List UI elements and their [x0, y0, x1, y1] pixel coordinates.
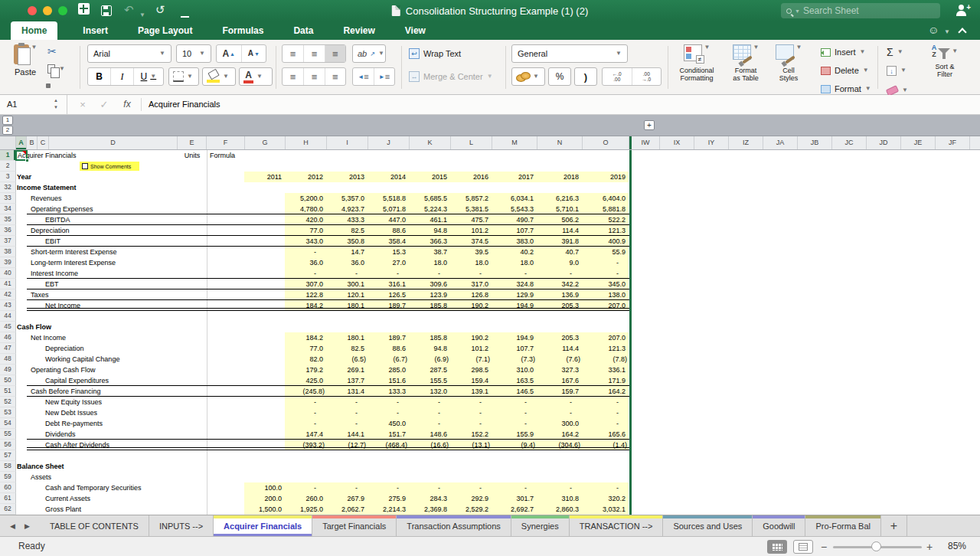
sheet-tab-goodwill[interactable]: Goodwill [753, 515, 805, 536]
cell[interactable]: 5,381.5 [450, 204, 492, 214]
column-header-IX[interactable]: IX [660, 136, 694, 149]
column-header-L[interactable]: L [451, 136, 492, 149]
cell[interactable]: 155.5 [409, 375, 450, 386]
cell[interactable]: 126.8 [450, 289, 492, 300]
cell-e1-units[interactable]: Units [178, 150, 207, 161]
cell[interactable]: 5,200.0 [285, 193, 326, 204]
cell[interactable]: 131.4 [326, 386, 368, 397]
column-header-M[interactable]: M [492, 136, 537, 149]
cell[interactable] [244, 214, 285, 225]
close-window-button[interactable] [28, 6, 37, 15]
feedback-dropdown-icon[interactable]: ▼ [944, 28, 950, 35]
cell[interactable]: 3,032.1 [582, 504, 629, 515]
column-header-K[interactable]: K [410, 136, 451, 149]
enter-icon[interactable]: ✓ [95, 95, 113, 114]
cell[interactable]: 2,860.3 [537, 504, 582, 515]
cell[interactable]: 269.1 [326, 365, 368, 375]
column-header-JB[interactable]: JB [798, 136, 832, 149]
cell[interactable]: 82.0 [285, 354, 326, 365]
cell[interactable]: - [285, 268, 326, 279]
cell[interactable]: 36.0 [285, 257, 326, 268]
cell[interactable]: 184.2 [285, 332, 326, 343]
cell[interactable]: 5,224.3 [409, 204, 450, 214]
cell[interactable]: 36.0 [326, 257, 368, 268]
cell[interactable]: 151.7 [368, 429, 409, 440]
cell[interactable] [244, 236, 285, 247]
cell[interactable]: 4,780.0 [285, 204, 326, 214]
column-header-F[interactable]: F [207, 136, 245, 149]
cell[interactable]: 5,518.8 [368, 193, 409, 204]
cell[interactable]: (6.7) [368, 354, 409, 365]
cell[interactable]: - [582, 268, 629, 279]
cell[interactable]: (7.3) [492, 354, 537, 365]
comma-style-button[interactable]: ) [574, 67, 597, 86]
cell[interactable]: 5,710.1 [537, 204, 582, 214]
cell[interactable]: - [537, 482, 582, 493]
cell[interactable]: 450.0 [368, 418, 409, 429]
cell[interactable] [244, 332, 285, 343]
percent-style-button[interactable]: % [548, 67, 571, 86]
cell[interactable] [244, 397, 285, 407]
zoom-window-button[interactable] [58, 6, 67, 15]
row-header-61[interactable]: 61 [0, 493, 16, 504]
share-icon[interactable]: + [956, 5, 971, 17]
cell[interactable]: 1,925.0 [285, 504, 326, 515]
cell[interactable]: 300.0 [537, 418, 582, 429]
cell[interactable]: - [285, 407, 326, 418]
normal-view-icon[interactable] [767, 540, 787, 554]
cell[interactable]: 205.3 [537, 332, 582, 343]
cell[interactable]: - [582, 257, 629, 268]
cell[interactable]: 151.6 [368, 375, 409, 386]
cell[interactable]: 447.0 [368, 214, 409, 225]
cell[interactable]: 298.5 [450, 365, 492, 375]
cell[interactable]: 164.2 [582, 386, 629, 397]
cell[interactable]: - [409, 268, 450, 279]
cell[interactable]: 18.0 [492, 257, 537, 268]
cell[interactable]: 342.2 [537, 279, 582, 289]
cell[interactable]: 82.5 [326, 343, 368, 354]
cell[interactable] [244, 225, 285, 236]
cell[interactable]: 475.7 [450, 214, 492, 225]
align-center-icon[interactable]: ≡ [303, 68, 324, 85]
row-header-40[interactable]: 40 [0, 268, 16, 279]
sheet-tab-transaction[interactable]: TRANSACTION --> [570, 515, 664, 536]
align-middle-icon[interactable]: ≡ [303, 45, 324, 62]
cell[interactable]: - [409, 482, 450, 493]
column-header-N[interactable]: N [537, 136, 583, 149]
minimize-window-button[interactable] [43, 6, 52, 15]
cell[interactable]: 2,062.7 [326, 504, 368, 515]
cell[interactable]: 2017 [492, 172, 537, 182]
cell[interactable]: - [285, 482, 326, 493]
cell-label[interactable]: Gross Plant [45, 504, 81, 515]
cell[interactable]: - [492, 407, 537, 418]
format-as-table-button[interactable]: ▼ Format as Table [724, 44, 767, 82]
cell[interactable]: 159.7 [537, 386, 582, 397]
fill-button[interactable]: ↓▼ [887, 63, 906, 78]
search-dropdown-icon[interactable]: ▼ [795, 8, 800, 14]
cell[interactable]: 9.0 [537, 257, 582, 268]
cell[interactable]: 358.4 [368, 236, 409, 247]
row-header-59[interactable]: 59 [0, 472, 16, 482]
row-header-35[interactable]: 35 [0, 214, 16, 225]
redo-icon[interactable]: ↺ [155, 2, 165, 18]
row-header-3[interactable]: 3 [0, 172, 16, 182]
cell[interactable] [244, 407, 285, 418]
formula-content[interactable]: Acquirer Financials [149, 95, 220, 114]
cell[interactable]: 309.6 [409, 279, 450, 289]
cell[interactable]: 2016 [450, 172, 492, 182]
copy-button[interactable]: ▼ [47, 64, 65, 74]
decrease-indent-icon[interactable]: ◄≡ [353, 68, 374, 85]
cell[interactable]: - [368, 482, 409, 493]
font-color-button[interactable]: A▼ [239, 67, 273, 86]
cell[interactable]: 27.0 [368, 257, 409, 268]
cell-label[interactable]: Cash and Temporary Securities [45, 482, 141, 493]
cell-label[interactable]: Dividends [45, 429, 76, 440]
cell[interactable]: 6,034.1 [492, 193, 537, 204]
sheet-tab-pro-forma-bal[interactable]: Pro-Forma Bal [805, 515, 881, 536]
cut-icon[interactable]: ✂ [47, 46, 57, 57]
row-header-41[interactable]: 41 [0, 279, 16, 289]
row-header-45[interactable]: 45 [0, 322, 16, 332]
underline-button[interactable]: U▼ [133, 68, 163, 85]
sheet-nav-forward-icon[interactable]: ▶ [24, 522, 30, 530]
row-header-37[interactable]: 37 [0, 236, 16, 247]
